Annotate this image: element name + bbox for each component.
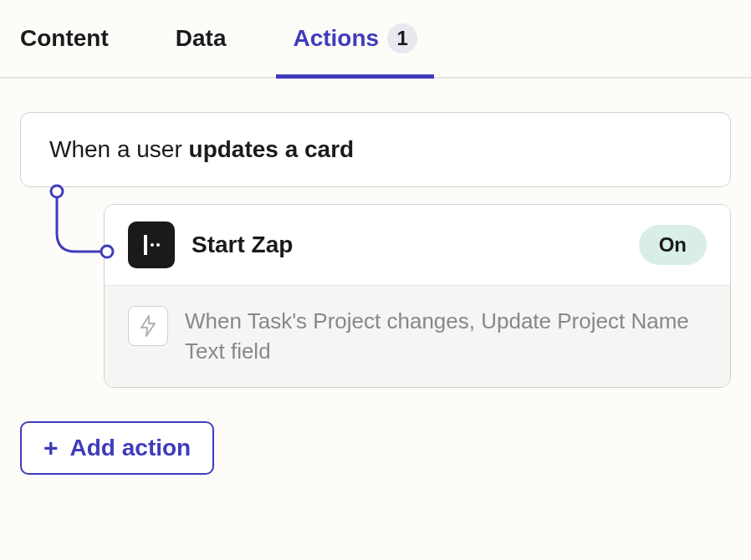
- action-header: Start Zap On: [105, 205, 730, 285]
- svg-point-4: [156, 243, 160, 247]
- tab-actions[interactable]: Actions 1: [293, 0, 417, 77]
- tab-label: Data: [176, 25, 227, 52]
- svg-rect-2: [144, 235, 147, 255]
- tab-badge: 1: [387, 23, 417, 53]
- connector-line: [50, 191, 117, 258]
- plus-icon: +: [43, 435, 59, 461]
- svg-point-0: [51, 186, 63, 197]
- trigger-event: updates a card: [189, 136, 355, 162]
- trigger-prefix: When a user: [49, 136, 189, 162]
- integration-icon: [128, 221, 175, 268]
- tab-content[interactable]: Content: [20, 2, 109, 75]
- tab-label: Actions: [293, 25, 379, 52]
- action-title: Start Zap: [192, 232, 622, 258]
- bolt-icon: [128, 306, 168, 346]
- add-action-label: Add action: [70, 435, 192, 461]
- svg-point-3: [151, 243, 154, 247]
- svg-point-1: [101, 246, 113, 257]
- tab-data[interactable]: Data: [176, 2, 227, 75]
- action-body: When Task's Project changes, Update Proj…: [105, 285, 730, 387]
- action-card[interactable]: Start Zap On When Task's Project changes…: [104, 204, 731, 388]
- tab-bar: Content Data Actions 1: [0, 0, 751, 79]
- action-description: When Task's Project changes, Update Proj…: [185, 306, 707, 367]
- add-action-button[interactable]: + Add action: [20, 421, 214, 475]
- actions-panel: When a user updates a card Start Zap On: [0, 79, 751, 508]
- tab-label: Content: [20, 25, 109, 52]
- trigger-card[interactable]: When a user updates a card: [20, 112, 731, 187]
- status-badge: On: [639, 225, 707, 265]
